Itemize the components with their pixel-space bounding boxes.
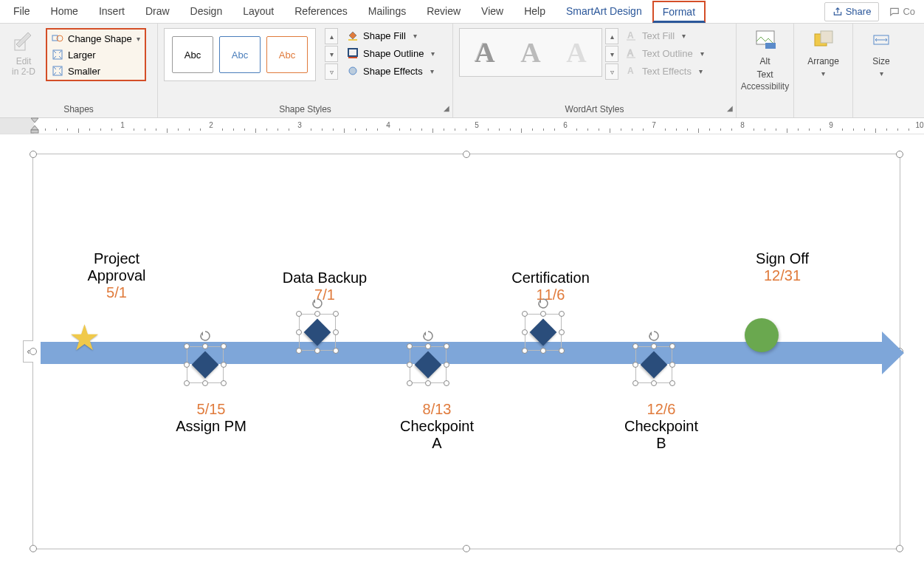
resize-handle[interactable] xyxy=(444,362,449,368)
resize-handle[interactable] xyxy=(184,362,190,368)
milestone-top-2[interactable]: Data Backup 7/1 xyxy=(262,269,387,303)
tab-insert[interactable]: Insert xyxy=(89,0,135,24)
style-swatch-2[interactable]: Abc xyxy=(219,36,261,73)
tab-help[interactable]: Help xyxy=(514,0,556,24)
milestone-top-1[interactable]: Project Approval 5/1 xyxy=(54,250,179,301)
comments-button[interactable]: Co xyxy=(883,2,921,21)
rotate-handle[interactable] xyxy=(199,330,211,342)
resize-handle[interactable] xyxy=(444,380,449,386)
resize-handle[interactable] xyxy=(463,545,470,552)
tab-file[interactable]: File xyxy=(3,0,41,24)
tab-mailings[interactable]: Mailings xyxy=(358,0,416,24)
tab-review[interactable]: Review xyxy=(416,0,471,24)
gallery-more-button[interactable]: ▿ xyxy=(325,63,338,80)
resize-handle[interactable] xyxy=(296,348,302,354)
resize-handle[interactable] xyxy=(522,348,528,354)
arrange-button[interactable]: Arrange ▾ xyxy=(794,24,852,78)
resize-handle[interactable] xyxy=(522,311,528,317)
milestone-bottom-2[interactable]: 8/13 Checkpoint A xyxy=(382,401,492,452)
tab-layout[interactable]: Layout xyxy=(232,0,284,24)
resize-handle[interactable] xyxy=(333,329,339,335)
resize-handle[interactable] xyxy=(463,151,470,158)
resize-handle[interactable] xyxy=(30,545,37,552)
shape-outline-button[interactable]: Shape Outline ▾ xyxy=(344,46,438,61)
resize-handle[interactable] xyxy=(669,362,675,368)
wordart-swatch-2[interactable]: A xyxy=(510,33,551,72)
rotate-handle[interactable] xyxy=(537,298,549,309)
resize-handle[interactable] xyxy=(184,380,190,386)
tab-home[interactable]: Home xyxy=(41,0,89,24)
dialog-launcher-icon[interactable]: ◢ xyxy=(444,104,449,112)
share-button[interactable]: Share xyxy=(824,2,880,21)
rotate-handle[interactable] xyxy=(422,330,434,342)
wordart-swatch-3[interactable]: A xyxy=(556,33,597,72)
shape-fill-button[interactable]: Shape Fill ▾ xyxy=(344,28,438,43)
resize-handle[interactable] xyxy=(540,311,546,317)
resize-handle[interactable] xyxy=(314,311,320,317)
tab-references[interactable]: References xyxy=(284,0,358,24)
star-shape[interactable]: ★ xyxy=(69,317,100,358)
wa-gallery-more-button[interactable]: ▿ xyxy=(605,63,618,80)
resize-handle[interactable] xyxy=(559,348,565,354)
resize-handle[interactable] xyxy=(632,380,638,386)
milestone-top-4[interactable]: Sign Off 12/31 xyxy=(720,250,845,284)
larger-button[interactable]: Larger xyxy=(49,47,143,62)
change-shape-button[interactable]: Change Shape ▾ xyxy=(49,31,143,46)
shape-style-gallery[interactable]: Abc Abc Abc xyxy=(164,28,316,81)
resize-handle[interactable] xyxy=(407,362,413,368)
resize-handle[interactable] xyxy=(296,311,302,317)
document-area[interactable]: ‹ Project Approval 5/1 Data Backup 7/1 C… xyxy=(0,134,924,570)
rotate-handle[interactable] xyxy=(311,298,323,309)
resize-handle[interactable] xyxy=(221,343,227,349)
milestone-bottom-3[interactable]: 12/6 Checkpoint B xyxy=(606,401,717,452)
resize-handle[interactable] xyxy=(30,348,37,355)
resize-handle[interactable] xyxy=(896,545,903,552)
gallery-down-button[interactable]: ▾ xyxy=(325,46,338,62)
gallery-up-button[interactable]: ▴ xyxy=(325,28,338,44)
diamond-shape-selected[interactable] xyxy=(402,339,454,391)
shape-effects-button[interactable]: Shape Effects ▾ xyxy=(344,63,438,78)
resize-handle[interactable] xyxy=(407,343,413,349)
dialog-launcher-icon[interactable]: ◢ xyxy=(727,104,733,112)
resize-handle[interactable] xyxy=(669,380,675,386)
resize-handle[interactable] xyxy=(407,380,413,386)
horizontal-ruler[interactable]: 12345678910 xyxy=(0,118,924,134)
resize-handle[interactable] xyxy=(425,343,431,349)
wa-gallery-down-button[interactable]: ▾ xyxy=(605,46,618,62)
diamond-shape-selected[interactable] xyxy=(179,339,231,391)
resize-handle[interactable] xyxy=(221,362,227,368)
tab-format[interactable]: Format xyxy=(652,1,706,23)
resize-handle[interactable] xyxy=(632,362,638,368)
wordart-gallery[interactable]: A A A xyxy=(459,28,602,77)
resize-handle[interactable] xyxy=(559,311,565,317)
resize-handle[interactable] xyxy=(296,329,302,335)
alt-text-button[interactable]: Alt Text xyxy=(737,24,793,80)
resize-handle[interactable] xyxy=(425,380,431,386)
smaller-button[interactable]: Smaller xyxy=(49,63,143,78)
resize-handle[interactable] xyxy=(896,151,903,158)
resize-handle[interactable] xyxy=(444,343,449,349)
rotate-handle[interactable] xyxy=(648,330,660,342)
resize-handle[interactable] xyxy=(651,380,657,386)
resize-handle[interactable] xyxy=(540,348,546,354)
style-swatch-1[interactable]: Abc xyxy=(172,36,213,73)
resize-handle[interactable] xyxy=(30,151,37,158)
milestone-top-3[interactable]: Certification 11/6 xyxy=(488,269,613,303)
resize-handle[interactable] xyxy=(522,329,528,335)
tab-draw[interactable]: Draw xyxy=(135,0,180,24)
resize-handle[interactable] xyxy=(651,343,657,349)
resize-handle[interactable] xyxy=(333,311,339,317)
resize-handle[interactable] xyxy=(221,380,227,386)
tab-view[interactable]: View xyxy=(471,0,514,24)
circle-shape[interactable] xyxy=(745,318,779,352)
wordart-swatch-1[interactable]: A xyxy=(464,33,506,72)
resize-handle[interactable] xyxy=(184,343,190,349)
tab-design[interactable]: Design xyxy=(180,0,233,24)
resize-handle[interactable] xyxy=(202,343,208,349)
size-button[interactable]: Size ▾ xyxy=(853,24,909,78)
resize-handle[interactable] xyxy=(559,329,565,335)
style-swatch-3[interactable]: Abc xyxy=(266,36,308,73)
resize-handle[interactable] xyxy=(314,348,320,354)
milestone-bottom-1[interactable]: 5/15 Assign PM xyxy=(156,401,266,435)
diamond-shape-selected[interactable] xyxy=(628,339,680,391)
